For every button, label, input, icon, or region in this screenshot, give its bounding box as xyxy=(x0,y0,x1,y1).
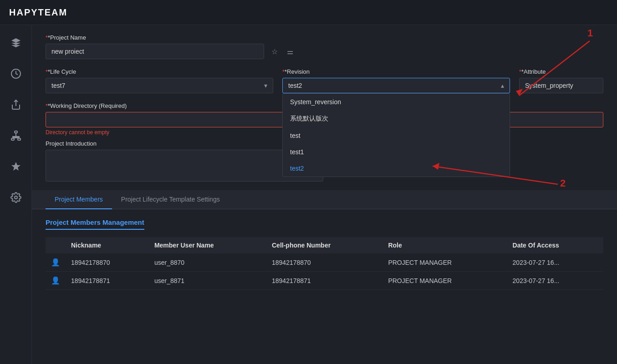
table-header-row: Nickname Member User Name Cell-phone Num… xyxy=(46,237,603,253)
lifecycle-chevron: ▾ xyxy=(264,82,267,89)
col-phone: Cell-phone Number xyxy=(266,237,382,253)
revision-label: **Revision xyxy=(282,68,510,75)
lifecycle-value: test7 xyxy=(51,82,65,89)
content-area: **Project Name ☆ ⚌ **Life Cycle test7 ▾ xyxy=(32,25,617,364)
svg-marker-4 xyxy=(11,162,20,171)
project-name-input[interactable] xyxy=(46,44,264,59)
date-cell-1: 2023-07-27 16... xyxy=(507,253,603,272)
header: HAPYTEAM xyxy=(0,0,617,25)
members-table: Nickname Member User Name Cell-phone Num… xyxy=(46,237,603,290)
members-section-title: Project Members Management xyxy=(46,218,144,230)
avatar-cell-2: 👤 xyxy=(46,272,66,290)
tab-project-members[interactable]: Project Members xyxy=(46,190,112,209)
tabs-bar: Project Members Project Lifecycle Templa… xyxy=(32,190,617,209)
table-row: 👤 18942178871 user_8871 18942178871 PROJ… xyxy=(46,272,603,290)
lifecycle-select[interactable]: test7 ▾ xyxy=(46,78,273,93)
dropdown-item-system-reversion[interactable]: System_reversion xyxy=(283,94,510,110)
username-cell-2: user_8871 xyxy=(149,272,266,290)
sidebar-icon-clock[interactable] xyxy=(7,65,25,82)
dropdown-item-default[interactable]: 系统默认版次 xyxy=(283,110,510,127)
svg-rect-1 xyxy=(15,131,17,133)
user-avatar-icon-2: 👤 xyxy=(51,277,60,284)
sidebar-icon-star[interactable] xyxy=(7,158,25,175)
revision-dropdown: System_reversion 系统默认版次 test test1 test2 xyxy=(282,93,510,177)
sidebar-icon-network[interactable] xyxy=(7,127,25,144)
col-role: Role xyxy=(382,237,507,253)
username-cell-1: user_8870 xyxy=(149,253,266,272)
dropdown-item-test[interactable]: test xyxy=(283,127,510,144)
revision-select[interactable]: test2 ▴ xyxy=(282,78,510,93)
members-section: Project Members Management Nickname Memb… xyxy=(46,209,603,290)
dropdown-item-test1[interactable]: test1 xyxy=(283,144,510,160)
form-row-lifecycle-revision: **Life Cycle test7 ▾ **Revision test2 ▴ xyxy=(46,68,603,93)
project-name-row: ☆ ⚌ xyxy=(46,44,603,59)
avatar-cell-1: 👤 xyxy=(46,253,66,272)
intro-textarea[interactable] xyxy=(46,150,323,182)
attribute-value: System_property xyxy=(525,82,573,89)
role-cell-1: PROJECT MANAGER xyxy=(382,253,507,272)
attribute-select[interactable]: System_property xyxy=(519,78,603,93)
date-cell-2: 2023-07-27 16... xyxy=(507,272,603,290)
sidebar-icon-share[interactable] xyxy=(7,96,25,113)
user-avatar-icon-1: 👤 xyxy=(51,258,60,266)
role-cell-2: PROJECT MANAGER xyxy=(382,272,507,290)
phone-cell-2: 18942178871 xyxy=(266,272,382,290)
col-username: Member User Name xyxy=(149,237,266,253)
sidebar-icon-settings[interactable] xyxy=(7,189,25,206)
lifecycle-label: **Life Cycle xyxy=(46,68,273,75)
revision-chevron: ▴ xyxy=(501,82,504,89)
table-row: 👤 18942178870 user_8870 18942178870 PROJ… xyxy=(46,253,603,272)
dropdown-item-test2[interactable]: test2 xyxy=(283,160,510,177)
lifecycle-col: **Life Cycle test7 ▾ xyxy=(46,68,273,93)
nickname-cell-1: 18942178870 xyxy=(66,253,149,272)
svg-rect-3 xyxy=(18,138,20,140)
col-avatar xyxy=(46,237,66,253)
svg-point-5 xyxy=(15,196,17,199)
app-logo: HAPYTEAM xyxy=(9,7,67,18)
col-date: Date Of Access xyxy=(507,237,603,253)
attribute-label: **Attribute xyxy=(519,68,603,75)
tab-lifecycle-settings[interactable]: Project Lifecycle Template Settings xyxy=(112,190,229,209)
sidebar-icon-layers[interactable] xyxy=(7,34,25,51)
revision-value: test2 xyxy=(288,82,302,89)
star-button[interactable]: ☆ xyxy=(270,46,280,58)
settings-button[interactable]: ⚌ xyxy=(285,46,295,58)
phone-cell-1: 18942178870 xyxy=(266,253,382,272)
nickname-cell-2: 18942178871 xyxy=(66,272,149,290)
attribute-col: **Attribute System_property xyxy=(519,68,603,93)
project-name-label: **Project Name xyxy=(46,34,603,41)
svg-rect-2 xyxy=(11,138,14,140)
col-nickname: Nickname xyxy=(66,237,149,253)
sidebar xyxy=(0,25,32,364)
revision-col: **Revision test2 ▴ System_reversion 系统默认… xyxy=(282,68,510,93)
main-layout: **Project Name ☆ ⚌ **Life Cycle test7 ▾ xyxy=(0,25,617,364)
